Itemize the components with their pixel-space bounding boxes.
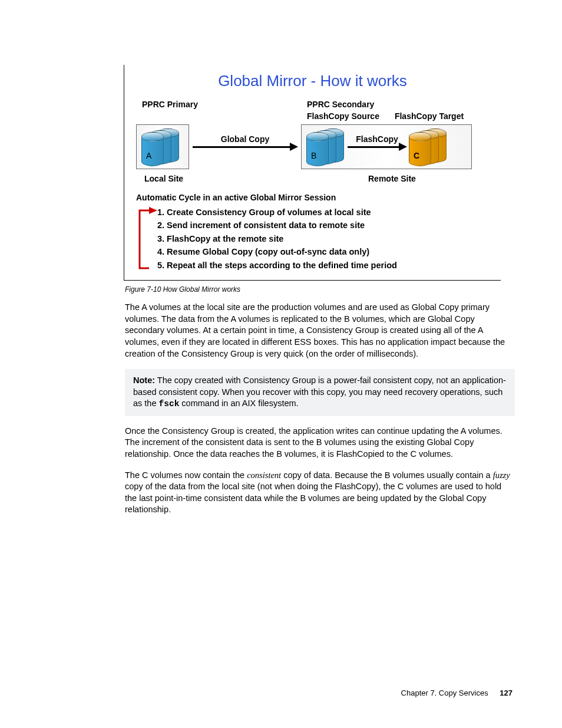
label-fc-source: FlashCopy Source — [307, 111, 379, 121]
steps-list: 1. Create Consistency Group of volumes a… — [157, 206, 397, 272]
svg-marker-0 — [149, 207, 157, 214]
figure-global-mirror: Global Mirror - How it works PPRC Primar… — [124, 65, 501, 281]
p3-part-c: copy of the data from the local site (no… — [125, 482, 501, 514]
note-text-after: command in an AIX filesystem. — [179, 398, 298, 408]
figure-caption: Figure 7-10 How Global Mirror works — [125, 285, 515, 294]
note-label: Note: — [133, 375, 155, 385]
diagram-row: A Global Copy B FlashCopy — [136, 124, 489, 169]
local-site-box: A — [136, 124, 189, 169]
footer-page-number: 127 — [500, 689, 513, 697]
paragraph-3: The C volumes now contain the consistent… — [125, 470, 515, 516]
arrow-label-flashcopy: FlashCopy — [356, 134, 398, 144]
label-local-site: Local Site — [136, 174, 345, 183]
cylinder-label-a: A — [146, 151, 151, 160]
note-command: fsck — [159, 399, 180, 409]
loop-arrow-icon — [136, 206, 157, 272]
paragraph-1: The A volumes at the local site are the … — [125, 302, 515, 360]
top-labels-row: PPRC Primary PPRC Secondary — [136, 100, 489, 109]
cylinder-label-b: B — [311, 151, 316, 160]
p3-part-a: The C volumes now contain the — [125, 470, 247, 480]
label-pprc-primary: PPRC Primary — [136, 100, 307, 109]
label-right-column: PPRC Secondary — [307, 100, 425, 109]
step-2: 2. Send increment of consistent data to … — [157, 219, 397, 232]
label-fc-target: FlashCopy Target — [395, 111, 464, 121]
page-footer: Chapter 7. Copy Services 127 — [401, 689, 513, 697]
cylinder-group-a: A — [141, 129, 180, 165]
p3-fuzzy: fuzzy — [493, 470, 510, 480]
footer-chapter: Chapter 7. Copy Services — [401, 689, 488, 697]
arrow-label-global-copy: Global Copy — [221, 134, 269, 144]
arrow-flashcopy: FlashCopy — [348, 146, 406, 148]
site-labels-row: Local Site Remote Site — [136, 174, 489, 183]
note-box: Note: The copy created with Consistency … — [125, 369, 515, 416]
cylinder-label-c: C — [414, 151, 419, 160]
page: Global Mirror - How it works PPRC Primar… — [0, 0, 562, 728]
step-4: 4. Resume Global Copy (copy out-of-sync … — [157, 245, 397, 258]
cycle-heading: Automatic Cycle in an active Global Mirr… — [136, 193, 489, 202]
arrow-global-copy: Global Copy — [193, 146, 297, 148]
step-5: 5. Repeat all the steps according to the… — [157, 259, 397, 272]
label-remote-site: Remote Site — [368, 174, 416, 183]
p3-consistent: consistent — [247, 470, 281, 480]
paragraph-2: Once the Consistency Group is created, t… — [125, 426, 515, 460]
cylinder-group-b: B — [306, 129, 345, 165]
label-pprc-secondary: PPRC Secondary — [307, 100, 425, 109]
remote-site-box: B FlashCopy C — [301, 124, 472, 169]
cylinder-group-c: C — [409, 129, 448, 165]
figure-title: Global Mirror - How it works — [136, 72, 489, 90]
steps-wrap: 1. Create Consistency Group of volumes a… — [136, 206, 489, 272]
step-3: 3. FlashCopy at the remote site — [157, 232, 397, 245]
step-1: 1. Create Consistency Group of volumes a… — [157, 206, 397, 219]
p3-part-b: copy of data. Because the B volumes usua… — [281, 470, 493, 480]
